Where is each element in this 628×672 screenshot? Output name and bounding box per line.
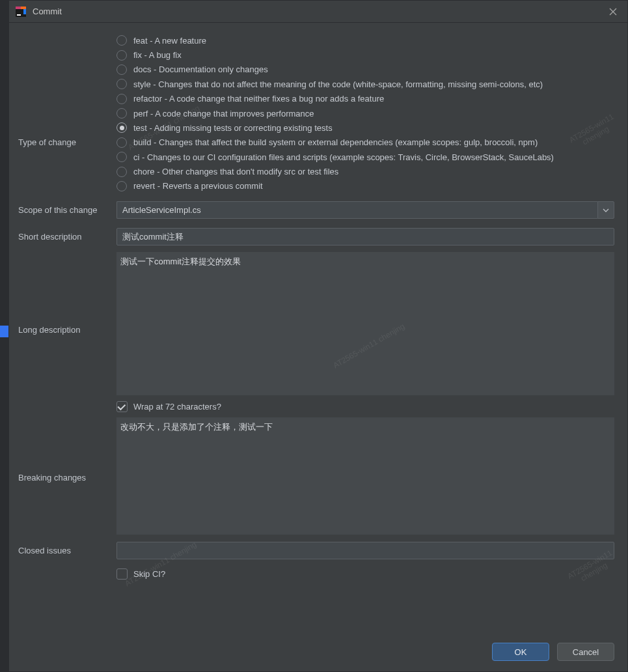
ok-button[interactable]: OK: [492, 643, 549, 661]
titlebar: Commit: [9, 1, 627, 23]
commit-dialog: Commit Type of change feat - A new featu…: [8, 0, 628, 672]
label-closed-issues: Closed issues: [16, 542, 116, 555]
svg-rect-2: [21, 7, 26, 9]
change-type-radios: feat - A new featurefix - A bug fixdocs …: [116, 33, 614, 193]
radio-icon: [116, 108, 127, 119]
change-type-feat[interactable]: feat - A new feature: [116, 33, 614, 48]
label-short-description: Short description: [16, 228, 116, 242]
svg-rect-3: [23, 9, 26, 14]
closed-issues-input[interactable]: [116, 542, 614, 559]
change-type-docs[interactable]: docs - Documentation only changes: [116, 63, 614, 77]
close-icon[interactable]: [605, 4, 621, 20]
radio-icon: [116, 167, 127, 177]
cancel-button[interactable]: Cancel: [557, 643, 614, 661]
change-type-revert[interactable]: revert - Reverts a previous commit: [116, 179, 614, 193]
radio-icon: [116, 35, 127, 46]
change-type-label: test - Adding missing tests or correctin…: [133, 123, 333, 133]
radio-icon: [116, 50, 127, 61]
change-type-ci[interactable]: ci - Changes to our CI configuration fil…: [116, 150, 614, 164]
change-type-style[interactable]: style - Changes that do not affect the m…: [116, 77, 614, 91]
radio-icon: [116, 94, 127, 104]
dialog-content: Type of change feat - A new featurefix -…: [9, 23, 627, 639]
change-type-test[interactable]: test - Adding missing tests or correctin…: [116, 120, 614, 135]
radio-icon: [116, 152, 127, 162]
editor-background-strip: [0, 0, 8, 672]
change-type-label: build - Changes that affect the build sy…: [133, 137, 538, 147]
wrap-checkbox[interactable]: [116, 401, 128, 412]
radio-icon: [116, 181, 127, 191]
label-breaking-changes: Breaking changes: [16, 417, 116, 483]
change-type-label: perf - A code change that improves perfo…: [133, 109, 314, 119]
change-type-refactor[interactable]: refactor - A code change that neither fi…: [116, 92, 614, 106]
radio-icon: [116, 79, 127, 89]
change-type-label: style - Changes that do not affect the m…: [133, 79, 543, 89]
chevron-down-icon: [603, 208, 609, 212]
change-type-chore[interactable]: chore - Other changes that don't modify …: [116, 164, 614, 178]
scope-dropdown-button[interactable]: [597, 201, 614, 219]
breaking-changes-textarea[interactable]: [116, 417, 614, 535]
short-description-input[interactable]: [116, 228, 614, 245]
change-type-build[interactable]: build - Changes that affect the build sy…: [116, 135, 614, 150]
dialog-footer: OK Cancel: [9, 639, 627, 671]
label-scope: Scope of this change: [16, 201, 116, 215]
skip-ci-label: Skip CI?: [133, 569, 165, 579]
svg-rect-4: [17, 14, 21, 16]
scope-combobox: [116, 201, 614, 219]
intellij-icon: [16, 7, 26, 17]
change-type-fix[interactable]: fix - A bug fix: [116, 48, 614, 62]
change-type-label: refactor - A code change that neither fi…: [133, 94, 384, 104]
skip-ci-checkbox[interactable]: [116, 568, 128, 580]
radio-icon: [116, 122, 127, 133]
change-type-label: revert - Reverts a previous commit: [133, 181, 263, 191]
radio-icon: [116, 64, 127, 75]
window-title: Commit: [33, 7, 62, 16]
label-long-description: Long description: [16, 252, 116, 335]
change-type-label: fix - A bug fix: [133, 50, 182, 60]
left-strip-highlight: [0, 326, 8, 337]
radio-icon: [116, 137, 127, 148]
label-type-of-change: Type of change: [16, 33, 116, 147]
change-type-perf[interactable]: perf - A code change that improves perfo…: [116, 106, 614, 120]
svg-rect-1: [16, 7, 21, 9]
change-type-label: docs - Documentation only changes: [133, 64, 268, 74]
scope-input[interactable]: [116, 201, 597, 219]
long-description-textarea[interactable]: [116, 252, 614, 395]
change-type-label: feat - A new feature: [133, 36, 206, 46]
wrap-checkbox-label: Wrap at 72 characters?: [133, 402, 221, 412]
change-type-label: ci - Changes to our CI configuration fil…: [133, 152, 554, 162]
change-type-label: chore - Other changes that don't modify …: [133, 167, 338, 176]
